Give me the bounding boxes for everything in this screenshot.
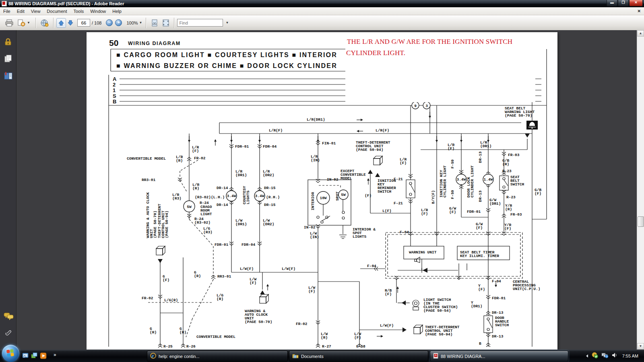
diagram-label: L/W(F) <box>354 332 361 340</box>
diagram-label: L/G(R) <box>217 293 223 301</box>
pages-panel-icon[interactable] <box>4 54 12 63</box>
diagram-label: WARNING UNIT <box>409 250 437 255</box>
diagram-label: SPOT <box>335 191 340 201</box>
diagram-label: 9 <box>414 104 417 108</box>
network-icon[interactable] <box>601 352 609 360</box>
menu-file[interactable]: File <box>0 8 14 14</box>
attachments-panel-icon[interactable] <box>4 327 12 336</box>
taskbar-window-label: help: engine contin... <box>159 354 200 359</box>
diagram-label: L/G(R3) <box>203 226 213 234</box>
diagram-label: 1.4W <box>484 177 493 182</box>
media-player-icon[interactable] <box>40 352 47 359</box>
taskbar-clock[interactable]: 7:55 AM <box>622 354 638 358</box>
diagram-label: COURTESYLIGHTS <box>242 186 250 204</box>
diagram-label: FDR-04 <box>242 243 256 247</box>
diagram-label: FDR-01 <box>215 243 229 247</box>
diagram-label: FDR-04 <box>263 144 277 149</box>
comments-panel-icon[interactable] <box>4 312 12 321</box>
find-input[interactable] <box>177 19 223 27</box>
diagram-label: 3 <box>425 104 428 108</box>
menu-help[interactable]: Help <box>109 8 125 14</box>
diagram-label: THEFT-DETERRENTCONTROL UNIT(PAGE 50-94) <box>157 204 169 238</box>
zoom-dropdown-arrow[interactable]: ▼ <box>139 21 142 25</box>
scroll-up-button[interactable]: ▲ <box>637 30 644 37</box>
diagram-label: SEAT BELTWARNING LIGHT(PAGE 50-70) <box>505 106 535 118</box>
diagram-label: L/R(F) <box>421 208 428 216</box>
diagram-label: FR-02 <box>142 296 153 300</box>
minimize-button[interactable]: ▬ <box>607 0 617 6</box>
diagram-label: F-21 <box>394 177 403 181</box>
diagram-label: L/R(IN) <box>311 154 320 162</box>
zoom-out-button[interactable]: − <box>106 19 113 26</box>
diagram-label: WIRING DIAGRAM <box>128 41 181 46</box>
diagram-label: THEFT-DETERRENTCONTROL UNIT(PAGE 50-94) <box>425 325 460 337</box>
show-desktop-icon[interactable] <box>22 352 29 359</box>
diagram-label: ■ WARNING BUZZER OR CHIME ■ DOOR LOCK CY… <box>116 62 337 69</box>
diagram-label: F-58 <box>356 344 365 349</box>
diagram-label: L/W(F) <box>308 286 315 294</box>
zoom-level[interactable]: 100% <box>126 21 138 25</box>
diagram-label: INTERIOR &SPOTLIGHTS <box>353 227 376 239</box>
diagram-label: FDR-01 <box>492 296 506 300</box>
diagram-label: FR-02 <box>194 156 206 160</box>
diagram-label: DR-15 <box>264 203 276 207</box>
menu-tools[interactable]: Tools <box>70 8 87 14</box>
export-dropdown-arrow[interactable]: ▼ <box>27 21 30 25</box>
diagram-label: CONVERTIBLE MODEL <box>196 335 235 339</box>
diagram-label: R-25 <box>163 344 173 349</box>
diagram-label: 2 <box>113 82 116 88</box>
diagram-label: L/G(R) <box>164 298 178 302</box>
switch-windows-icon[interactable] <box>31 352 38 359</box>
close-button[interactable]: ✕ <box>629 0 643 6</box>
diagram-label: L/W(R) <box>321 332 328 340</box>
zoom-in-button[interactable]: + <box>115 19 122 26</box>
start-button[interactable] <box>2 345 19 362</box>
diagram-label: Y(F) <box>478 284 485 292</box>
vertical-scrollbar[interactable]: ▲ ▼ <box>637 30 644 350</box>
navigation-sidebar <box>0 30 17 350</box>
diagram-label: EXCEPTCONVERTIBLEMODEL <box>341 169 366 181</box>
tray-expand-icon[interactable] <box>586 354 588 358</box>
diagram-label: CONVERTIBLE MODEL <box>127 156 166 161</box>
volume-icon[interactable] <box>612 352 617 360</box>
page-number-input[interactable] <box>77 19 90 27</box>
quicklaunch-overflow-chevron[interactable]: » <box>54 352 56 358</box>
next-page-button[interactable] <box>66 19 75 27</box>
export-icon <box>17 19 26 27</box>
taskbar: » ehelp: engine contin...Documents88 WIR… <box>0 350 644 362</box>
diagram-label: 1 <box>113 87 116 93</box>
menubar-close-icon[interactable]: ✕ <box>638 9 641 13</box>
restore-button[interactable]: ❐ <box>618 0 629 6</box>
security-status-icon[interactable] <box>592 352 598 360</box>
scrollbar-thumb[interactable] <box>638 216 644 227</box>
find-dropdown-arrow[interactable]: ▼ <box>225 21 229 25</box>
menu-edit[interactable]: Edit <box>14 8 28 14</box>
print-button[interactable] <box>3 18 15 28</box>
diagram-label: G/W(F) <box>449 206 456 214</box>
bookmarks-panel-icon[interactable] <box>4 72 12 80</box>
diagram-label: (F) <box>365 193 372 198</box>
previous-page-button[interactable] <box>56 18 66 28</box>
diagram-label: LIGHT SWITCH(IN THECLUSTER SWITCH)(PAGE … <box>423 298 458 313</box>
diagram-label: DR-13 <box>478 190 483 202</box>
diagram-label: L/W(DR1) <box>235 218 247 226</box>
diagram-label: L/R(DR1) <box>235 169 247 177</box>
scroll-down-button[interactable]: ▼ <box>637 343 644 350</box>
taskbar-window-3[interactable]: 88 WIRING DIAGRA... <box>430 351 568 362</box>
menu-view[interactable]: View <box>28 8 44 14</box>
taskbar-window-2[interactable]: Documents <box>289 351 428 362</box>
menu-window[interactable]: Window <box>87 8 109 14</box>
security-lock-icon[interactable] <box>4 37 12 46</box>
menu-document[interactable]: Document <box>43 8 70 14</box>
globe-icon <box>40 19 49 27</box>
diagram-label: DR-14 <box>217 203 228 207</box>
taskbar-window-1[interactable]: ehelp: engine contin... <box>147 351 288 362</box>
export-button[interactable]: ▼ <box>15 18 33 28</box>
title-bar: 88 WIRING DIAGRAMS.pdf (SECURED) - Adobe… <box>0 0 644 7</box>
diagram-label: INTERIOR <box>311 192 315 210</box>
collaborate-button[interactable] <box>39 18 51 28</box>
diagram-label: R-23 <box>502 169 512 173</box>
scrolling-mode-button[interactable] <box>149 18 160 28</box>
diagram-label: L/W(F) <box>240 267 254 271</box>
fit-page-button[interactable] <box>160 18 171 28</box>
